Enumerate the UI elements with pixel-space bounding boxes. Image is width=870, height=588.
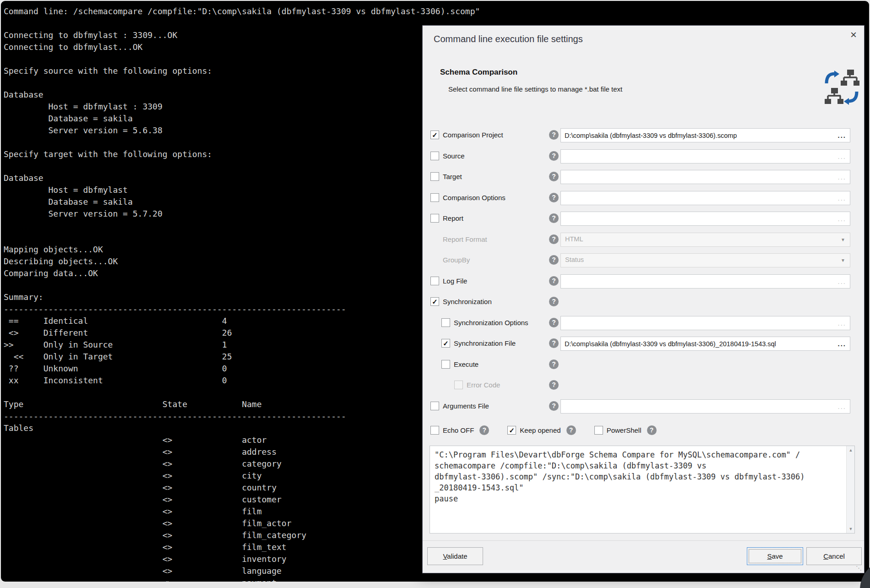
comparison-project-input[interactable] <box>561 129 850 142</box>
log-file-checkbox[interactable] <box>430 277 439 285</box>
help-icon[interactable]: ? <box>549 276 559 286</box>
comparison-project-checkbox[interactable]: ✓ <box>430 131 439 139</box>
echo-off-option: Echo OFF ? <box>430 425 489 435</box>
browse-ellipsis-button[interactable]: ... <box>837 403 846 410</box>
keep-opened-label: Keep opened <box>520 426 560 434</box>
help-icon[interactable]: ? <box>549 213 559 223</box>
validate-button[interactable]: Validate <box>427 547 483 565</box>
help-icon[interactable]: ? <box>549 401 559 411</box>
powershell-option: PowerShell ? <box>594 425 657 435</box>
help-icon[interactable]: ? <box>566 425 576 435</box>
help-icon[interactable]: ? <box>549 234 559 244</box>
row-target: Target ? ... <box>423 167 865 188</box>
help-icon[interactable]: ? <box>549 380 559 390</box>
log-file-label: Log File <box>443 277 467 285</box>
help-icon[interactable]: ? <box>549 318 559 327</box>
groupby-select[interactable]: Status ▼ <box>560 253 850 267</box>
browse-ellipsis-button[interactable]: ... <box>837 173 846 181</box>
synchronization-file-label: Synchronization File <box>454 339 516 347</box>
synchronization-options-checkbox[interactable] <box>441 318 450 327</box>
save-button[interactable]: Save <box>747 547 803 565</box>
error-code-label: Error Code <box>467 381 500 389</box>
dialog-title: Command line execution file settings <box>434 34 583 44</box>
help-icon[interactable]: ? <box>647 425 657 435</box>
arguments-file-input[interactable] <box>561 400 850 413</box>
dialog-subtitle: Select command line file settings to man… <box>448 85 622 93</box>
source-checkbox[interactable] <box>430 152 439 160</box>
help-icon[interactable]: ? <box>549 172 559 181</box>
comparison-options-checkbox[interactable] <box>430 193 439 202</box>
row-log-file: Log File ? ... <box>423 271 865 292</box>
browse-ellipsis-button[interactable]: ... <box>837 319 846 327</box>
help-icon[interactable]: ? <box>549 255 559 265</box>
row-comparison-project: ✓ Comparison Project ? ... <box>423 125 865 146</box>
close-icon[interactable]: × <box>850 29 857 40</box>
keep-opened-option: ✓ Keep opened ? <box>507 425 576 435</box>
chevron-down-icon: ▼ <box>841 258 845 263</box>
browse-ellipsis-button[interactable]: ... <box>837 131 846 139</box>
report-format-label: Report Format <box>443 235 487 243</box>
row-report: Report ? ... <box>423 208 865 229</box>
groupby-value: Status <box>565 256 584 263</box>
target-input[interactable] <box>561 170 850 184</box>
log-file-input[interactable] <box>561 275 850 288</box>
groupby-label: GroupBy <box>443 256 470 264</box>
help-icon[interactable]: ? <box>549 193 559 202</box>
help-icon[interactable]: ? <box>549 151 559 161</box>
cancel-button[interactable]: Cancel <box>806 547 862 565</box>
powershell-checkbox[interactable] <box>594 426 603 435</box>
synchronization-options-input[interactable] <box>561 316 850 330</box>
error-code-checkbox <box>454 381 463 389</box>
chevron-down-icon: ▼ <box>841 237 845 242</box>
help-icon[interactable]: ? <box>479 425 489 435</box>
row-synchronization-file: ✓ Synchronization File ? ... <box>423 333 865 354</box>
browse-ellipsis-button[interactable]: ... <box>837 340 846 348</box>
report-label: Report <box>443 214 463 222</box>
help-icon[interactable]: ? <box>549 338 559 348</box>
synchronization-checkbox[interactable]: ✓ <box>430 297 439 306</box>
help-icon[interactable]: ? <box>549 297 559 306</box>
arguments-file-checkbox[interactable] <box>430 402 439 410</box>
row-synchronization: ✓ Synchronization ? <box>423 292 865 313</box>
report-input[interactable] <box>561 212 850 225</box>
keep-opened-checkbox[interactable]: ✓ <box>507 426 516 435</box>
scrollbar[interactable]: ▲ ▼ <box>846 446 854 533</box>
resize-grip[interactable]: ⋱ <box>856 565 862 572</box>
bat-options-row: Echo OFF ? ✓ Keep opened ? PowerShell ? <box>430 423 675 437</box>
browse-ellipsis-button[interactable]: ... <box>837 215 846 223</box>
screen: Command line: /schemacompare /compfile:"… <box>0 0 870 588</box>
comparison-options-label: Comparison Options <box>443 194 506 201</box>
help-icon[interactable]: ? <box>549 130 559 140</box>
target-checkbox[interactable] <box>430 172 439 181</box>
source-input[interactable] <box>561 150 850 163</box>
synchronization-options-label: Synchronization Options <box>454 319 528 327</box>
report-checkbox[interactable] <box>430 214 439 223</box>
schema-compare-sync-icon <box>824 70 859 106</box>
help-icon[interactable]: ? <box>549 359 559 369</box>
target-label: Target <box>443 173 462 180</box>
echo-off-checkbox[interactable] <box>430 426 439 435</box>
report-format-value: HTML <box>565 235 583 243</box>
row-execute: Execute ? <box>423 354 865 376</box>
row-error-code: Error Code ? <box>423 375 865 396</box>
browse-ellipsis-button[interactable]: ... <box>837 278 846 285</box>
scroll-down-icon[interactable]: ▼ <box>847 525 855 533</box>
comparison-options-input[interactable] <box>561 191 850 205</box>
command-line-settings-dialog: Command line execution file settings × S… <box>422 25 865 573</box>
report-format-select[interactable]: HTML ▼ <box>560 233 850 247</box>
footer-divider <box>423 540 864 541</box>
comparison-project-label: Comparison Project <box>443 131 503 139</box>
browse-ellipsis-button[interactable]: ... <box>837 194 846 202</box>
synchronization-label: Synchronization <box>443 298 492 305</box>
browse-ellipsis-button[interactable]: ... <box>837 152 846 160</box>
execute-checkbox[interactable] <box>441 360 450 369</box>
schema-comparison-heading: Schema Comparison <box>440 68 517 77</box>
synchronization-file-input[interactable] <box>561 337 850 350</box>
source-label: Source <box>443 152 465 160</box>
scroll-up-icon[interactable]: ▲ <box>847 446 855 454</box>
row-arguments-file: Arguments File ? ... <box>423 396 865 417</box>
synchronization-file-checkbox[interactable]: ✓ <box>441 339 450 348</box>
bat-file-text-box[interactable]: "C:\Program Files\Devart\dbForge Schema … <box>430 446 855 534</box>
bat-file-text[interactable]: "C:\Program Files\Devart\dbForge Schema … <box>430 446 854 504</box>
echo-off-label: Echo OFF <box>443 426 474 434</box>
